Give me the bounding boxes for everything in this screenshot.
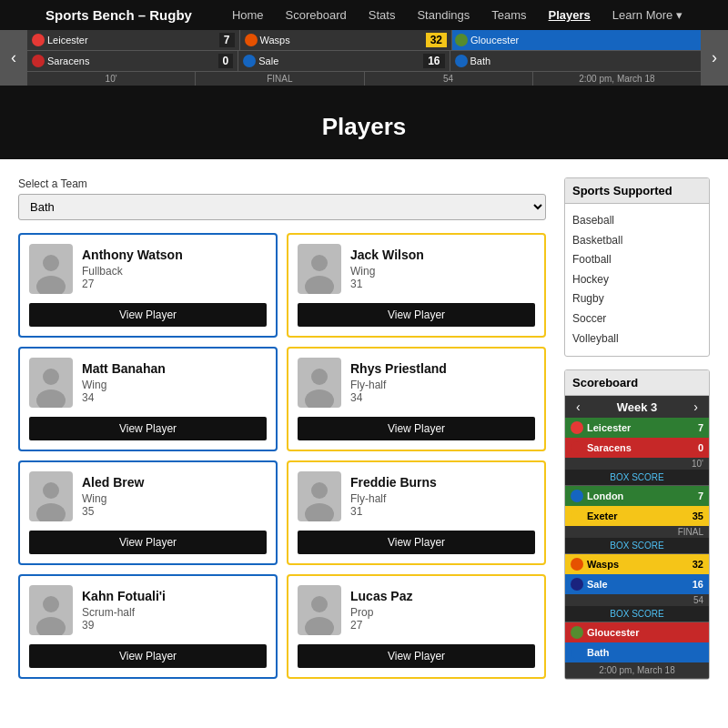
sb-score-1: 7 bbox=[687, 490, 703, 501]
player-card: Rhys Priestland Fly-half 34 View Player bbox=[287, 347, 546, 451]
svg-point-15 bbox=[305, 617, 334, 635]
ticker-wasps-name: Wasps bbox=[260, 35, 290, 46]
sb-logo-1 bbox=[571, 626, 583, 639]
sport-item: Volleyball bbox=[572, 329, 702, 349]
player-card: Aled Brew Wing 35 View Player bbox=[18, 460, 278, 565]
view-player-button[interactable]: View Player bbox=[298, 303, 535, 327]
ticker-status-2: FINAL bbox=[196, 72, 364, 86]
sb-box-score-link[interactable]: BOX SCORE bbox=[565, 470, 709, 485]
sb-score-1: 7 bbox=[687, 422, 703, 433]
bath-logo bbox=[455, 55, 468, 67]
nav-learn-more[interactable]: Learn More ▾ bbox=[612, 8, 682, 22]
view-player-button[interactable]: View Player bbox=[298, 417, 535, 440]
player-number: 31 bbox=[350, 278, 535, 290]
svg-point-10 bbox=[311, 482, 328, 499]
sb-logo-1 bbox=[571, 558, 583, 571]
sb-match: Leicester 7 Saracens 0 10'BOX SCORE bbox=[565, 418, 709, 486]
player-position: Fly-half bbox=[350, 492, 535, 505]
sb-match: London 7 Exeter 35 FINALBOX SCORE bbox=[565, 486, 709, 554]
player-info: Rhys Priestland Fly-half 34 bbox=[350, 361, 535, 404]
players-panel: Select a Team BathBristolExeterGlouceste… bbox=[18, 177, 546, 680]
ticker-content: Leicester 7 Wasps 32 Gloucester Saracens… bbox=[27, 30, 701, 86]
sport-item: Soccer bbox=[572, 309, 702, 329]
svg-point-3 bbox=[305, 276, 334, 294]
view-player-button[interactable]: View Player bbox=[29, 644, 267, 668]
player-avatar bbox=[29, 585, 73, 635]
player-number: 27 bbox=[82, 278, 267, 290]
player-position: Fullback bbox=[82, 265, 267, 278]
nav-stats[interactable]: Stats bbox=[369, 8, 396, 22]
view-player-button[interactable]: View Player bbox=[29, 417, 267, 440]
ticker-status-3: 54 bbox=[365, 72, 533, 86]
player-number: 31 bbox=[350, 505, 535, 518]
sports-supported-box: Sports Supported BaseballBasketballFootb… bbox=[564, 177, 710, 357]
svg-point-7 bbox=[305, 389, 334, 408]
player-position: Fly-half bbox=[350, 379, 535, 391]
player-number: 34 bbox=[350, 391, 535, 404]
sb-name-1: Leicester bbox=[587, 422, 683, 433]
player-name: Anthony Watson bbox=[82, 248, 267, 263]
nav-scoreboard[interactable]: Scoreboard bbox=[286, 8, 347, 22]
wasps-logo bbox=[245, 34, 258, 46]
view-player-button[interactable]: View Player bbox=[29, 303, 267, 327]
sb-name-2: Saracens bbox=[587, 442, 683, 453]
sb-match-status: FINAL bbox=[565, 526, 709, 538]
prev-week-button[interactable]: ‹ bbox=[572, 399, 584, 414]
card-top: Kahn Fotuali'i Scrum-half 39 bbox=[29, 585, 267, 635]
sb-logo-1 bbox=[571, 421, 583, 434]
player-info: Freddie Burns Fly-half 31 bbox=[350, 475, 535, 518]
player-avatar bbox=[29, 358, 73, 408]
ticker-prev-arrow[interactable]: ‹ bbox=[0, 30, 27, 86]
player-number: 34 bbox=[82, 391, 267, 404]
sb-name-1: Gloucester bbox=[587, 627, 683, 638]
sb-match: Gloucester Bath 2:00 pm, March 18 bbox=[565, 622, 709, 679]
sb-team-row-1: Gloucester bbox=[565, 622, 709, 642]
ticker-wasps-score: 32 bbox=[426, 33, 447, 47]
nav-players[interactable]: Players bbox=[549, 8, 591, 22]
ticker-saracens-name: Saracens bbox=[47, 56, 89, 66]
ticker-game-1-team1: Leicester 7 bbox=[27, 30, 240, 50]
next-week-button[interactable]: › bbox=[690, 399, 702, 414]
nav-standings[interactable]: Standings bbox=[417, 8, 470, 22]
sb-score-1: 32 bbox=[687, 559, 703, 570]
hero-section: Players bbox=[0, 86, 728, 159]
sb-box-score-link[interactable]: BOX SCORE bbox=[565, 606, 709, 622]
player-name: Rhys Priestland bbox=[350, 361, 535, 377]
player-position: Scrum-half bbox=[82, 606, 267, 619]
score-ticker: ‹ Leicester 7 Wasps 32 Gloucester bbox=[0, 30, 728, 86]
svg-point-11 bbox=[305, 503, 334, 521]
ticker-next-arrow[interactable]: › bbox=[701, 30, 728, 86]
team-select[interactable]: BathBristolExeterGloucesterHarlequinsLei… bbox=[18, 194, 546, 220]
player-info: Lucas Paz Prop 27 bbox=[350, 589, 535, 632]
view-player-button[interactable]: View Player bbox=[29, 531, 267, 554]
svg-point-4 bbox=[43, 369, 59, 385]
sb-score-2: 35 bbox=[687, 511, 703, 521]
sale-logo bbox=[243, 55, 256, 67]
ticker-game-2-team1: Wasps 32 bbox=[240, 30, 453, 50]
scoreboard-title: Scoreboard bbox=[565, 370, 709, 396]
nav-home[interactable]: Home bbox=[232, 8, 264, 22]
saracens-logo bbox=[32, 55, 45, 67]
gloucester-logo bbox=[455, 34, 468, 46]
ticker-status-row: 10' FINAL 54 2:00 pm, March 18 bbox=[27, 71, 701, 86]
player-card: Freddie Burns Fly-half 31 View Player bbox=[287, 460, 546, 565]
ticker-status-4: 2:00 pm, March 18 bbox=[533, 72, 701, 86]
sb-logo-2 bbox=[571, 578, 583, 591]
ticker-game-3-team2: Bath bbox=[450, 51, 702, 71]
sb-match-status: 10' bbox=[565, 458, 709, 470]
svg-point-13 bbox=[36, 617, 66, 635]
nav-teams[interactable]: Teams bbox=[491, 8, 526, 22]
card-top: Rhys Priestland Fly-half 34 bbox=[298, 358, 535, 408]
sb-box-score-link[interactable]: BOX SCORE bbox=[565, 538, 709, 553]
ticker-row-2: Saracens 0 Sale 16 Bath bbox=[27, 50, 701, 71]
sb-team-row-2: Saracens 0 bbox=[565, 438, 709, 458]
view-player-button[interactable]: View Player bbox=[298, 531, 535, 554]
player-avatar bbox=[29, 244, 73, 294]
leicester-logo bbox=[32, 34, 45, 46]
team-select-label: Select a Team bbox=[18, 177, 546, 190]
view-player-button[interactable]: View Player bbox=[298, 644, 535, 668]
sb-name-1: London bbox=[587, 490, 683, 501]
site-title: Sports Bench – Rugby bbox=[46, 7, 192, 23]
sb-team-row-2: Sale 16 bbox=[565, 574, 709, 594]
sport-item: Baseball bbox=[572, 211, 702, 231]
